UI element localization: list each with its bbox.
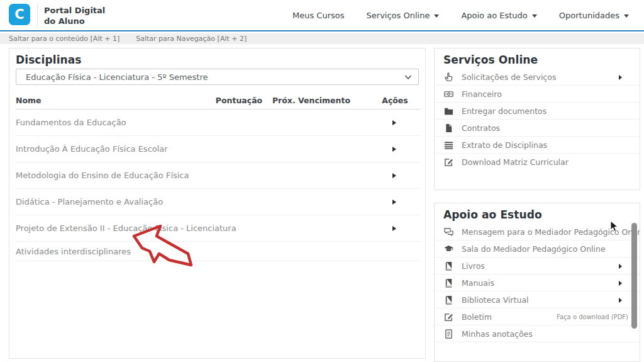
service-item-label: Financeiro — [462, 89, 502, 99]
book-icon — [443, 295, 454, 305]
table-row[interactable]: Fundamentos da Educação — [16, 110, 420, 136]
study-item-sala-mediador[interactable]: Sala do Mediador Pedagógico Online — [435, 240, 640, 257]
column-header-pontuacao: Pontuação — [204, 96, 274, 105]
study-item-minhas-anotacoes[interactable]: Minhas anotações — [435, 325, 640, 342]
nav-apoio-ao-estudo[interactable]: Apoio ao Estudo — [461, 11, 536, 20]
table-row[interactable]: Atividades interdisciplinares — [16, 242, 420, 261]
course-name: Didática - Planejamento e Avaliação — [16, 197, 163, 206]
study-item-boletim[interactable]: Boletim Faça o download (PDF) — [435, 308, 640, 325]
main-nav: Meus Cursos Serviços Online Apoio ao Est… — [292, 0, 629, 30]
services-online-panel: Serviços Online Solicitações de Serviços… — [434, 48, 640, 190]
table-row[interactable]: Projeto de Extensão II - Educação Física… — [16, 215, 420, 242]
course-name: Projeto de Extensão II - Educação Física… — [16, 223, 236, 233]
book-icon — [443, 261, 454, 271]
service-item-label: Extrato de Disciplinas — [462, 140, 547, 150]
course-name: Fundamentos da Educação — [16, 118, 126, 127]
edit-icon — [443, 312, 454, 322]
service-item-contratos[interactable]: Contratos — [435, 120, 640, 137]
red-annotation-arrow — [129, 222, 195, 270]
brand-logo-letter: C — [14, 7, 24, 22]
caret-down-icon — [532, 14, 537, 18]
chevron-down-icon — [404, 74, 412, 80]
submenu-arrow-icon — [619, 264, 622, 269]
skip-to-content-link[interactable]: Saltar para o conteúdo [Alt + 1] — [9, 35, 119, 43]
submenu-arrow-icon — [619, 298, 622, 303]
service-item-download-matriz[interactable]: Download Matriz Curricular — [435, 154, 640, 171]
service-item-label: Solicitações de Serviços — [462, 72, 556, 82]
disciplines-table: Nome Pontuação Próx. Vencimento Ações Fu… — [16, 94, 420, 261]
study-item-label: Livros — [462, 261, 485, 271]
book-icon — [443, 278, 454, 288]
graduation-cap-icon — [443, 244, 454, 254]
services-panel-title: Serviços Online — [443, 54, 631, 66]
row-expand-arrow-icon[interactable] — [392, 120, 396, 125]
course-select[interactable]: Educação Física - Licenciatura - 5º Seme… — [16, 69, 419, 85]
service-item-financeiro[interactable]: Financeiro — [435, 86, 640, 103]
list-icon — [443, 140, 454, 150]
disciplines-title: Disciplinas — [16, 54, 416, 66]
service-item-label: Contratos — [462, 123, 500, 133]
study-item-livros[interactable]: Livros — [435, 257, 640, 274]
caret-down-icon — [434, 14, 439, 18]
study-support-panel: Apoio ao Estudo Mensagem para o Mediador… — [434, 203, 640, 362]
edit-icon — [443, 157, 454, 167]
study-item-label: Manuais — [462, 278, 494, 288]
file-icon — [443, 123, 454, 133]
nav-label: Oportunidades — [559, 11, 619, 20]
site-title: Portal Digital do Aluno — [44, 5, 105, 26]
nav-servicos-online[interactable]: Serviços Online — [367, 11, 440, 20]
nav-label: Serviços Online — [367, 11, 430, 20]
service-item-solicitacoes[interactable]: Solicitações de Serviços — [435, 69, 640, 86]
money-icon — [443, 89, 454, 99]
table-row[interactable]: Introdução À Educação Física Escolar — [16, 136, 420, 162]
submenu-arrow-icon — [619, 75, 622, 80]
folder-icon — [443, 106, 454, 116]
brand-logo[interactable]: C — [9, 4, 30, 25]
service-item-label: Entregar documentos — [462, 106, 547, 116]
table-row[interactable]: Metodologia do Ensino de Educação Física — [16, 162, 420, 189]
caret-down-icon — [624, 14, 629, 18]
study-item-label: Minhas anotações — [462, 329, 533, 339]
submenu-arrow-icon — [619, 281, 622, 286]
column-header-acoes: Ações — [368, 96, 422, 105]
note-icon — [443, 329, 454, 339]
nav-label: Meus Cursos — [292, 11, 345, 20]
column-header-prox-vencimento: Próx. Vencimento — [270, 96, 352, 105]
column-header-nome: Nome — [16, 96, 42, 105]
skip-links-bar: Saltar para o conteúdo [Alt + 1] Saltar … — [0, 33, 644, 44]
service-item-entregar-documentos[interactable]: Entregar documentos — [435, 103, 640, 120]
service-item-label: Download Matriz Curricular — [462, 157, 569, 167]
course-select-value: Educação Física - Licenciatura - 5º Seme… — [26, 72, 208, 82]
study-item-label: Sala do Mediador Pedagógico Online — [462, 244, 606, 254]
row-expand-arrow-icon[interactable] — [392, 200, 396, 205]
service-item-extrato-disciplinas[interactable]: Extrato de Disciplinas — [435, 137, 640, 154]
row-expand-arrow-icon[interactable] — [392, 226, 396, 231]
header: C Portal Digital do Aluno Meus Cursos Se… — [0, 0, 644, 31]
course-name: Introdução À Educação Física Escolar — [16, 144, 168, 154]
nav-meus-cursos[interactable]: Meus Cursos — [292, 11, 345, 20]
row-expand-arrow-icon[interactable] — [392, 173, 396, 178]
course-name: Atividades interdisciplinares — [16, 247, 131, 256]
mouse-cursor — [610, 220, 618, 232]
logo-divider — [37, 4, 38, 26]
nav-oportunidades[interactable]: Oportunidades — [559, 11, 629, 20]
comments-icon — [443, 227, 454, 237]
skip-to-navigation-link[interactable]: Saltar para Navegação [Alt + 2] — [136, 35, 247, 43]
nav-label: Apoio ao Estudo — [461, 11, 527, 20]
study-item-manuais[interactable]: Manuais — [435, 274, 640, 291]
study-item-mensagem-mediador[interactable]: Mensagem para o Mediador Pedagógico Onli… — [435, 223, 640, 240]
site-title-line2: do Aluno — [44, 16, 105, 26]
table-row[interactable]: Didática - Planejamento e Avaliação — [16, 189, 420, 215]
site-title-line1: Portal Digital — [44, 5, 105, 16]
hand-icon — [443, 72, 454, 82]
study-item-label: Biblioteca Virtual — [462, 295, 529, 305]
table-header-row: Nome Pontuação Próx. Vencimento Ações — [16, 94, 420, 110]
study-panel-title: Apoio ao Estudo — [443, 208, 631, 221]
course-name: Metodologia do Ensino de Educação Física — [16, 171, 189, 180]
row-expand-arrow-icon[interactable] — [392, 147, 396, 152]
study-item-label: Boletim — [462, 312, 492, 322]
disciplines-panel: Disciplinas Educação Física - Licenciatu… — [9, 48, 426, 359]
boletim-download-note[interactable]: Faça o download (PDF) — [557, 314, 628, 320]
scrollbar-thumb[interactable] — [631, 223, 637, 329]
study-item-biblioteca-virtual[interactable]: Biblioteca Virtual — [435, 291, 640, 308]
